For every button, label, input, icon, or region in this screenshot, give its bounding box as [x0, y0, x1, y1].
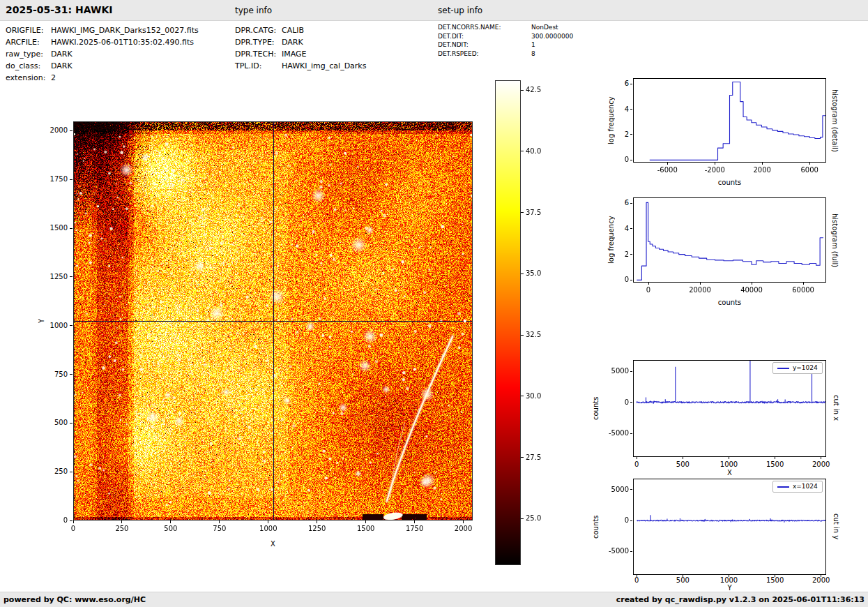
histogram-detail-xlabel: counts	[633, 179, 826, 186]
cut-in-y-ylabel: counts	[590, 479, 601, 575]
x-tick-mark	[715, 163, 715, 165]
x-tick-mark	[463, 520, 464, 523]
meta-label: DET.NDIT:	[438, 40, 531, 50]
histogram-full-side-label: histogram (full)	[830, 196, 839, 285]
meta-row-doclass: do_class:DARK	[6, 60, 199, 72]
histogram-detail-side-label: histogram (detail)	[830, 75, 839, 166]
colorbar-tick-mark	[521, 518, 524, 519]
y-tick-mark	[630, 551, 632, 552]
x-tick-label: 0	[619, 576, 654, 585]
x-tick-label: 1500	[758, 576, 793, 585]
x-tick-label: 750	[206, 525, 234, 533]
meta-value: 2	[51, 73, 56, 82]
y-tick-mark	[70, 130, 73, 131]
y-tick-mark	[630, 228, 632, 229]
y-tick-label: 750	[41, 370, 68, 379]
meta-row-rspeed: DET.RSPEED:8	[438, 50, 573, 59]
x-tick-label: 0	[59, 525, 87, 533]
cut-in-x-side-label: cut in x	[831, 359, 841, 458]
histogram-detail-ylabel: log frequency	[605, 78, 616, 163]
x-tick-mark	[667, 163, 668, 165]
qc-report-page: 2025-05-31: HAWKI type info set-up info …	[0, 0, 868, 607]
y-tick-mark	[70, 228, 73, 229]
histogram-full-canvas	[633, 197, 826, 283]
y-tick-mark	[70, 325, 73, 326]
y-tick-label: 0	[601, 398, 629, 407]
colorbar-tick-mark	[521, 457, 524, 458]
meta-value: DARK	[282, 38, 303, 47]
colorbar-tick-mark	[521, 151, 524, 151]
y-tick-mark	[630, 134, 632, 135]
x-tick-mark	[268, 520, 268, 523]
y-tick-mark	[70, 276, 73, 277]
y-tick-mark	[70, 374, 73, 375]
y-tick-label: 5000	[601, 486, 629, 494]
meta-row-dit: DET.DIT:300.0000000	[438, 32, 573, 41]
cut-in-x-ylabel: counts	[590, 360, 601, 457]
colorbar-tick-mark	[521, 90, 524, 91]
meta-value: HAWKI_IMG_DARK_Darks152_0027.fits	[51, 26, 199, 35]
setup-info-heading: set-up info	[438, 6, 482, 15]
meta-label: TPL.ID:	[235, 60, 282, 72]
colorbar-tick-label: 35.0	[526, 269, 551, 278]
x-tick-mark	[648, 283, 649, 285]
y-tick-label: 6	[601, 80, 629, 88]
cut-in-y-canvas	[633, 479, 826, 575]
colorbar-tick-label: 30.0	[526, 392, 551, 400]
colorbar-tick-label: 25.0	[526, 514, 551, 523]
meta-value: HAWKI.2025-06-01T10:35:02.490.fits	[51, 38, 194, 47]
y-tick-mark	[70, 179, 73, 180]
meta-row-origfile: ORIGFILE:HAWKI_IMG_DARK_Darks152_0027.fi…	[6, 24, 199, 36]
y-tick-mark	[630, 280, 632, 280]
x-tick-label: 2000	[804, 460, 839, 469]
cut-in-y-xlabel: Y	[633, 584, 826, 592]
setup-info-block: DET.NCORRS.NAME:NonDest DET.DIT:300.0000…	[438, 23, 573, 58]
x-tick-label: 500	[665, 460, 700, 469]
y-tick-label: 2	[601, 250, 629, 259]
file-info-block: ORIGFILE:HAWKI_IMG_DARK_Darks152_0027.fi…	[6, 24, 199, 84]
x-tick-mark	[365, 520, 366, 523]
legend-label: x=1024	[793, 483, 818, 490]
x-tick-label: 500	[665, 576, 700, 585]
cut-in-y-side-label: cut in y	[831, 477, 841, 576]
x-tick-label: 60000	[786, 286, 821, 294]
y-tick-label: 6	[601, 199, 629, 207]
meta-label: DPR.TECH:	[235, 48, 282, 60]
meta-value: DARK	[51, 50, 73, 59]
y-tick-label: 1750	[41, 175, 68, 183]
x-tick-label: 1500	[352, 525, 380, 533]
histogram-full-xlabel: counts	[633, 299, 826, 306]
meta-label: DET.RSPEED:	[438, 50, 531, 59]
meta-label: DPR.TYPE:	[235, 36, 282, 48]
y-tick-mark	[630, 371, 632, 372]
detector-image-canvas	[73, 121, 473, 520]
histogram-detail-canvas	[633, 78, 826, 163]
meta-row-dprtech: DPR.TECH:IMAGE	[235, 48, 366, 60]
x-tick-mark	[700, 283, 701, 285]
meta-value: 300.0000000	[531, 33, 573, 40]
y-tick-label: -5000	[601, 547, 629, 555]
x-tick-mark	[809, 163, 810, 165]
x-tick-label: 500	[157, 525, 185, 533]
meta-row-extension: extension:2	[6, 72, 199, 84]
meta-row-ndit: DET.NDIT:1	[438, 40, 573, 50]
footer-created-by: created by qc_rawdisp.py v1.2.3 on 2025-…	[616, 595, 865, 604]
y-tick-mark	[630, 84, 632, 84]
x-tick-label: 20000	[683, 286, 717, 294]
meta-value: 8	[531, 50, 535, 57]
x-tick-mark	[729, 457, 729, 459]
footer-qc-link[interactable]: powered by QC: www.eso.org/HC	[3, 595, 146, 604]
x-tick-mark	[637, 457, 637, 459]
meta-row-ncorrs: DET.NCORRS.NAME:NonDest	[438, 23, 573, 32]
x-tick-label: 2000	[745, 166, 779, 174]
header-bar: 2025-05-31: HAWKI type info set-up info	[0, 0, 868, 21]
x-tick-mark	[683, 457, 683, 459]
colorbar-tick-label: 40.0	[526, 147, 551, 156]
y-tick-label: 250	[41, 467, 68, 476]
meta-value: NonDest	[531, 24, 558, 31]
type-info-block: DPR.CATG:CALIB DPR.TYPE:DARK DPR.TECH:IM…	[235, 24, 366, 72]
y-tick-mark	[630, 203, 632, 204]
histogram-full-ylabel: log frequency	[605, 197, 616, 283]
meta-label: DET.NCORRS.NAME:	[438, 23, 531, 32]
cut-in-x-canvas	[633, 360, 826, 457]
